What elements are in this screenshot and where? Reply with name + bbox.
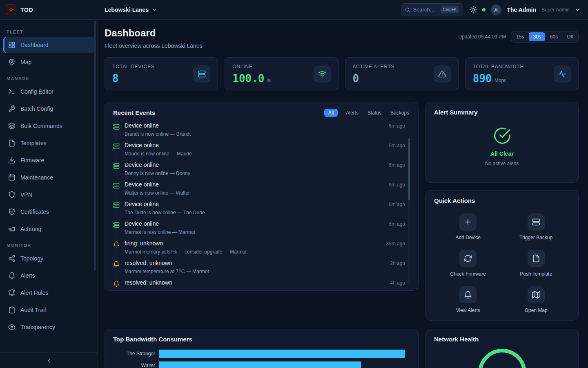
quick-action-add-device[interactable]: Add Device — [434, 213, 502, 240]
sidebar-item-batch-config[interactable]: Batch Config — [3, 101, 94, 117]
event-detail: Donny is now online — Donny — [125, 171, 405, 176]
quick-action-push-template[interactable]: Push Template — [502, 250, 570, 277]
sidebar-item-templates[interactable]: Templates — [3, 135, 94, 151]
sidebar-item-label: Config Editor — [20, 88, 53, 95]
event-row[interactable]: Device online6m ago The Dude is now onli… — [113, 199, 410, 218]
sidebar-item-topology[interactable]: Topology — [3, 250, 94, 267]
sidebar-item-alert-rules[interactable]: Alert Rules — [3, 285, 94, 301]
server-icon — [113, 163, 120, 169]
bandwidth-bar — [159, 361, 361, 368]
sidebar-item-vpn[interactable]: VPN — [3, 186, 94, 203]
check-circle-icon — [493, 127, 511, 145]
sidebar-item-alerts[interactable]: Alerts — [3, 267, 94, 284]
event-row[interactable]: Device online6m ago Marmot is now online… — [113, 218, 410, 238]
event-time: 6m ago — [389, 162, 405, 168]
map-icon — [528, 286, 545, 303]
bell-icon — [459, 286, 477, 303]
layers-icon — [8, 122, 16, 130]
file-icon — [8, 139, 16, 147]
network-health-panel: Network Health — [425, 329, 579, 368]
sidebar-item-dashboard[interactable]: Dashboard — [3, 37, 94, 53]
person-icon — [493, 7, 499, 13]
event-detail: Marmot temperature at 72C — Marmot — [125, 269, 405, 274]
sidebar-item-label: Alerts — [20, 272, 35, 279]
alert-detail-text: No active alerts — [485, 161, 519, 166]
shield-icon — [8, 191, 16, 198]
main-content: Dashboard Fleet overview across Lebowski… — [98, 20, 588, 368]
sidebar-item-certificates[interactable]: Certificates — [3, 204, 94, 220]
refresh-interval-control: 15s 30s 60s Off — [511, 31, 579, 43]
event-time: 2h ago — [390, 260, 405, 266]
sidebar-item-label: Transparency — [20, 324, 55, 330]
bell-icon — [113, 261, 120, 267]
sidebar-item-config-editor[interactable]: Config Editor — [3, 83, 94, 100]
quick-action-view-alerts[interactable]: View Alerts — [434, 286, 502, 313]
sidebar-item-label: Certificates — [20, 209, 49, 215]
nav-section-fleet: FLEET — [7, 29, 91, 34]
events-tab-alerts[interactable]: Alerts — [345, 109, 359, 117]
user-menu-button[interactable] — [575, 7, 581, 13]
user-avatar[interactable] — [491, 4, 501, 15]
download-icon — [8, 157, 16, 164]
sidebar-item-achtung[interactable]: Achtung — [3, 221, 94, 237]
events-tab-backups[interactable]: Backups — [390, 109, 410, 117]
map-pin-icon — [8, 58, 16, 66]
sidebar-item-audit-trail[interactable]: Audit Trail — [3, 302, 94, 318]
sidebar-item-label: Alert Rules — [20, 289, 48, 296]
terminal-icon — [8, 88, 16, 95]
events-scrollbar-thumb[interactable] — [408, 138, 410, 200]
sidebar-item-map[interactable]: Map — [3, 54, 94, 70]
stat-label: ACTIVE ALERTS — [353, 64, 395, 70]
theme-toggle-button[interactable] — [470, 6, 477, 13]
event-detail: Maude is now online — Maude — [125, 151, 405, 157]
stat-card-total-devices: TOTAL DEVICES 8 — [105, 57, 218, 90]
quick-action-open-map[interactable]: Open Map — [502, 286, 570, 313]
event-time: 4h ago — [390, 280, 405, 286]
event-row[interactable]: resolved: unknown2h ago Marmot temperatu… — [113, 258, 410, 277]
megaphone-icon — [8, 225, 16, 233]
quick-action-check-firmware[interactable]: Check Firmware — [434, 250, 502, 277]
global-search[interactable]: Cmd+K — [401, 3, 463, 16]
sidebar-item-label: Topology — [20, 255, 43, 262]
events-tab-all[interactable]: All — [324, 109, 338, 117]
calendar-icon — [8, 174, 16, 181]
bandwidth-bar-label: Walter — [113, 363, 159, 368]
sidebar-scrollbar[interactable] — [94, 20, 96, 271]
sidebar-item-label: Bulk Commands — [20, 123, 62, 129]
sidebar-item-bulk-commands[interactable]: Bulk Commands — [3, 118, 94, 134]
page-subtitle: Fleet overview across Lebowski Lanes — [105, 43, 203, 49]
brand-area: TOD — [0, 4, 98, 15]
event-title: Device online — [125, 181, 159, 188]
event-row[interactable]: firing: unknown35m ago Marmot memory at … — [113, 238, 410, 258]
org-selector[interactable]: Lebowski Lanes — [105, 7, 157, 13]
sidebar-item-label: Batch Config — [20, 105, 53, 112]
event-row[interactable]: Device online6m ago Brandt is now online… — [113, 120, 410, 140]
refresh-icon — [459, 250, 477, 267]
event-row[interactable]: Device online6m ago Donny is now online … — [113, 159, 410, 179]
sidebar-item-maintenance[interactable]: Maintenance — [3, 169, 94, 186]
wifi-icon — [314, 65, 331, 83]
search-shortcut-badge: Cmd+K — [441, 6, 459, 13]
refresh-15s-button[interactable]: 15s — [512, 32, 528, 41]
connection-status-dot — [482, 8, 486, 11]
refresh-30s-button[interactable]: 30s — [529, 32, 545, 41]
quick-action-trigger-backup[interactable]: Trigger Backup — [502, 213, 570, 240]
event-row[interactable]: Device online6m ago Walter is now online… — [113, 179, 410, 199]
events-tab-status[interactable]: Status — [367, 109, 382, 117]
search-input[interactable] — [413, 7, 438, 13]
alert-summary-title: Alert Summary — [434, 109, 570, 116]
refresh-60s-button[interactable]: 60s — [546, 32, 562, 41]
network-health-title: Network Health — [434, 336, 570, 343]
stat-card-total-bandwidth: TOTAL BANDWIDTH 890 Mbps — [465, 57, 579, 90]
server-icon — [113, 143, 120, 150]
event-row[interactable]: resolved: unknown4h ago — [113, 277, 410, 288]
sidebar-collapse-button[interactable] — [0, 352, 98, 368]
stat-cards: TOTAL DEVICES 8 ONLINE 100.0 % — [105, 57, 579, 90]
sidebar-item-transparency[interactable]: Transparency — [3, 319, 94, 335]
page-header: Dashboard Fleet overview across Lebowski… — [105, 27, 579, 49]
stat-label: ONLINE — [232, 64, 271, 70]
event-row[interactable]: Device online6m ago Maude is now online … — [113, 140, 410, 159]
quick-actions-panel: Quick Actions Add Device Trigger Backup — [425, 190, 579, 321]
sidebar-item-firmware[interactable]: Firmware — [3, 152, 94, 168]
refresh-off-button[interactable]: Off — [563, 32, 577, 41]
